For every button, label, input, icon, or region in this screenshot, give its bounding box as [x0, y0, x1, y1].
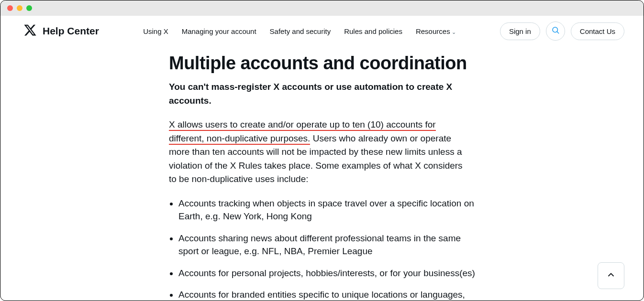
main-content: Multiple accounts and coordination You c…: [0, 53, 479, 301]
list-item: Accounts sharing news about different pr…: [178, 232, 475, 258]
nav-resources-label: Resources: [416, 27, 450, 35]
list-item: Accounts for personal projects, hobbies/…: [178, 267, 475, 280]
main-nav: Using X Managing your account Safety and…: [143, 27, 456, 35]
nav-rules-policies[interactable]: Rules and policies: [344, 27, 402, 35]
list-item: Accounts for branded entities specific t…: [178, 288, 475, 301]
window-close-dot[interactable]: [7, 5, 13, 11]
lead-paragraph: You can't mass-register X accounts or us…: [169, 80, 466, 108]
chevron-up-icon: [606, 270, 616, 281]
svg-point-0: [553, 27, 558, 32]
window-minimize-dot[interactable]: [17, 5, 22, 11]
nav-resources[interactable]: Resources⌄: [416, 27, 456, 35]
search-button[interactable]: [546, 22, 565, 41]
nav-managing-account[interactable]: Managing your account: [182, 27, 256, 35]
x-logo-icon: [23, 23, 37, 39]
body-paragraph: X allows users to create and/or operate …: [169, 118, 470, 186]
contact-us-button[interactable]: Contact Us: [571, 22, 624, 40]
window-zoom-dot[interactable]: [26, 5, 32, 11]
list-item: Accounts tracking when objects in space …: [178, 197, 475, 223]
brand-title: Help Center: [43, 25, 99, 37]
nav-using-x[interactable]: Using X: [143, 27, 168, 35]
header-actions: Sign in Contact Us: [500, 22, 624, 41]
nav-safety-security[interactable]: Safety and security: [270, 27, 331, 35]
search-icon: [551, 26, 560, 36]
sign-in-button[interactable]: Sign in: [500, 22, 540, 40]
svg-line-1: [557, 32, 558, 33]
chevron-down-icon: ⌄: [452, 29, 456, 35]
highlighted-text-line1: X allows users to create and/or operate …: [169, 119, 436, 131]
examples-list: Accounts tracking when objects in space …: [169, 197, 475, 301]
page-title: Multiple accounts and coordination: [169, 53, 479, 74]
window-titlebar: [0, 0, 644, 16]
scroll-to-top-button[interactable]: [598, 262, 624, 289]
site-header: Help Center Using X Managing your accoun…: [0, 16, 644, 46]
brand[interactable]: Help Center: [23, 23, 99, 39]
highlighted-text-line2: different, non-duplicative purposes.: [169, 133, 310, 145]
